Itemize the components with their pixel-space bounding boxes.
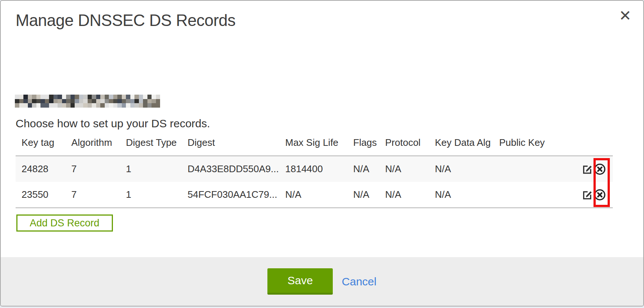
instruction-text: Choose how to set up your DS records. — [16, 117, 210, 130]
cancel-link[interactable]: Cancel — [342, 275, 376, 288]
cell-key-tag: 23550 — [16, 182, 65, 208]
dialog-footer: Save Cancel — [1, 257, 643, 306]
col-header-public-key: Public Key — [493, 135, 580, 156]
cell-algorithm: 7 — [65, 156, 120, 182]
table-header-row: Key tag Algorithm Digest Type Digest Max… — [16, 135, 613, 156]
cell-flags: N/A — [347, 182, 379, 208]
col-header-digest-type: Digest Type — [120, 135, 182, 156]
col-header-algorithm: Algorithm — [65, 135, 120, 156]
cell-max-sig-life: N/A — [279, 182, 347, 208]
cell-max-sig-life: 1814400 — [279, 156, 347, 182]
cell-digest-type: 1 — [120, 182, 182, 208]
col-header-protocol: Protocol — [379, 135, 429, 156]
cell-protocol: N/A — [379, 182, 429, 208]
save-button[interactable]: Save — [267, 268, 333, 295]
cell-digest: 54FCF030AA1C79... — [182, 182, 279, 208]
cell-public-key — [493, 156, 580, 182]
cell-protocol: N/A — [379, 156, 429, 182]
edit-icon[interactable] — [582, 189, 593, 200]
delete-icon[interactable] — [594, 189, 606, 201]
redacted-domain — [15, 95, 160, 108]
cell-actions — [580, 156, 613, 182]
cell-digest: D4A33E8DD550A9... — [182, 156, 279, 182]
col-header-actions — [580, 135, 613, 156]
cell-flags: N/A — [347, 156, 379, 182]
col-header-flags: Flags — [347, 135, 379, 156]
ds-records-table: Key tag Algorithm Digest Type Digest Max… — [16, 135, 613, 208]
cell-actions — [580, 182, 613, 208]
manage-dnssec-dialog: Manage DNSSEC DS Records ✕ Choose how to… — [0, 0, 644, 307]
close-icon[interactable]: ✕ — [619, 8, 631, 23]
edit-icon[interactable] — [582, 164, 593, 175]
table-row: 24828 7 1 D4A33E8DD550A9... 1814400 N/A … — [16, 156, 613, 182]
col-header-max-sig-life: Max Sig Life — [279, 135, 347, 156]
cell-key-tag: 24828 — [16, 156, 65, 182]
cell-algorithm: 7 — [65, 182, 120, 208]
col-header-digest: Digest — [182, 135, 279, 156]
add-ds-record-button[interactable]: Add DS Record — [16, 214, 113, 232]
page-title: Manage DNSSEC DS Records — [16, 11, 235, 30]
col-header-key-tag: Key tag — [16, 135, 65, 156]
delete-icon[interactable] — [594, 163, 606, 175]
cell-digest-type: 1 — [120, 156, 182, 182]
cell-key-data-alg: N/A — [429, 156, 493, 182]
cell-key-data-alg: N/A — [429, 182, 493, 208]
cell-public-key — [493, 182, 580, 208]
table-row: 23550 7 1 54FCF030AA1C79... N/A N/A N/A … — [16, 182, 613, 208]
col-header-key-data-alg: Key Data Alg — [429, 135, 493, 156]
